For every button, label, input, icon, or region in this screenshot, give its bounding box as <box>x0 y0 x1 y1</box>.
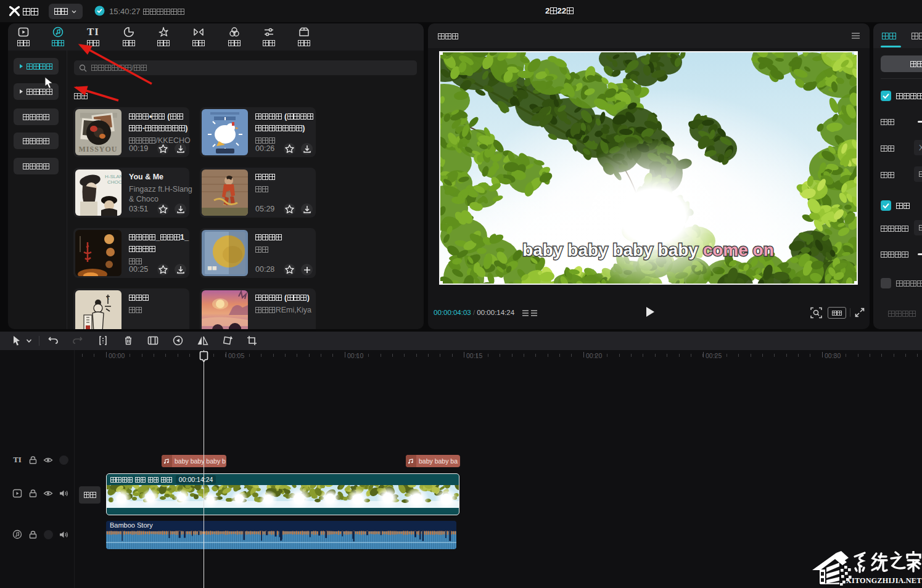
svg-text:■■: ■■ <box>207 263 217 272</box>
svg-text:~: ~ <box>223 201 226 208</box>
svg-text:XITONGZHIJIA.NET: XITONGZHIJIA.NET <box>846 576 922 585</box>
svg-text:MISSYOU: MISSYOU <box>78 145 117 153</box>
svg-text:CHOCO: CHOCO <box>107 179 121 185</box>
svg-text:H-SLANG: H-SLANG <box>105 174 121 179</box>
svg-text:baby baby baby baby come on: baby baby baby baby come on <box>522 240 774 259</box>
